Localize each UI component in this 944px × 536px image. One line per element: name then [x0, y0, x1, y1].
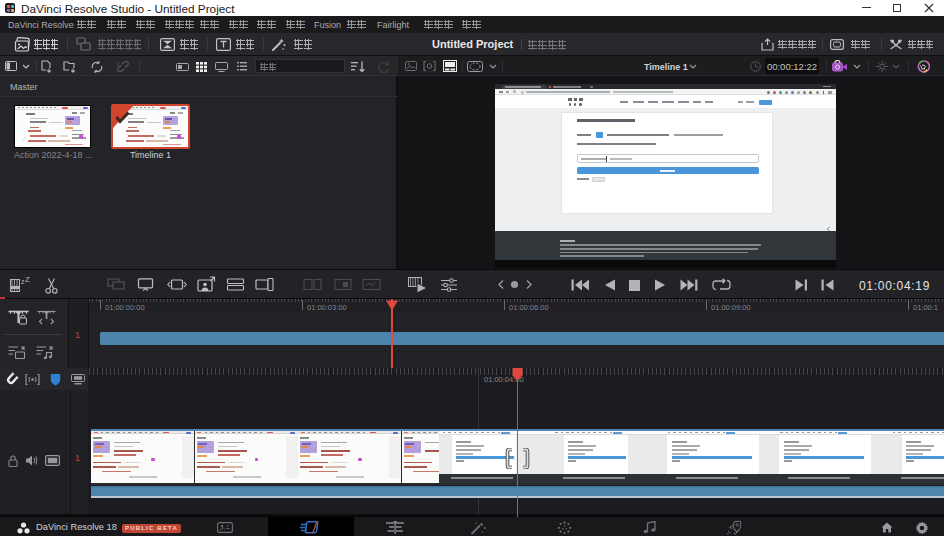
- svg-text:Z: Z: [25, 277, 30, 284]
